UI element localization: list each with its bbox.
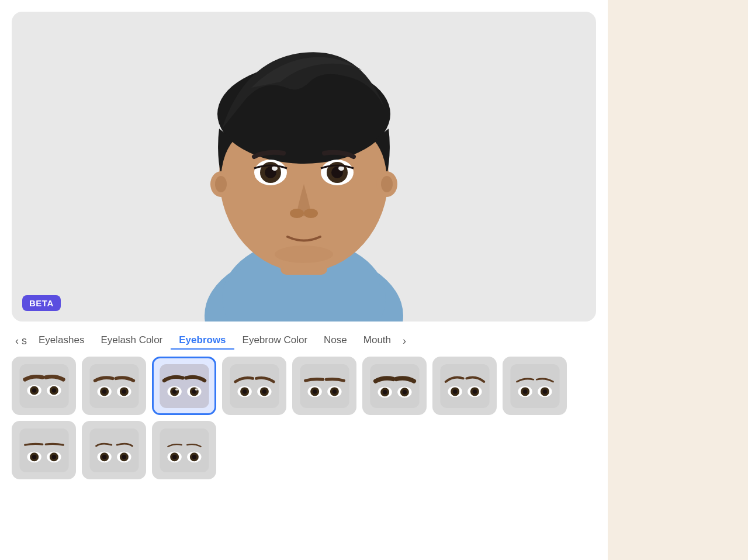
svg-rect-94: [160, 428, 209, 472]
svg-point-40: [175, 388, 178, 390]
next-nav-arrow[interactable]: ›: [399, 335, 410, 347]
eyebrow-option-7[interactable]: [503, 357, 567, 415]
svg-point-76: [522, 389, 527, 394]
svg-point-58: [332, 389, 337, 394]
svg-point-97: [172, 455, 176, 459]
svg-point-35: [122, 389, 126, 394]
svg-point-79: [542, 389, 547, 394]
avatar-figure: [12, 12, 596, 322]
tab-mouth[interactable]: Mouth: [355, 332, 399, 350]
eyebrow-option-9[interactable]: [82, 421, 146, 479]
svg-rect-22: [19, 364, 68, 408]
svg-point-48: [242, 389, 247, 394]
prev-nav-arrow[interactable]: ‹ s: [12, 335, 30, 347]
svg-point-28: [51, 388, 56, 393]
svg-point-62: [382, 390, 387, 395]
svg-rect-87: [89, 428, 138, 472]
svg-point-21: [275, 246, 333, 263]
svg-point-44: [195, 388, 198, 390]
svg-point-65: [402, 390, 407, 395]
avatar-preview: BETA: [12, 12, 596, 322]
svg-point-32: [102, 389, 106, 394]
eyebrow-option-1[interactable]: [82, 357, 146, 415]
tab-nose[interactable]: Nose: [316, 332, 355, 350]
svg-rect-3: [228, 269, 380, 322]
eyebrow-option-6[interactable]: [432, 357, 497, 415]
svg-point-100: [192, 455, 196, 459]
svg-point-9: [215, 176, 227, 192]
eyebrow-option-10[interactable]: [152, 421, 216, 479]
tab-eyebrow-color[interactable]: Eyebrow Color: [234, 332, 316, 350]
eyebrow-option-3[interactable]: [222, 357, 286, 415]
svg-point-72: [472, 389, 477, 394]
svg-rect-29: [89, 364, 138, 408]
eyebrow-option-8[interactable]: [12, 421, 76, 479]
svg-point-90: [102, 455, 106, 459]
eyebrow-option-2[interactable]: [152, 357, 216, 415]
svg-rect-59: [370, 364, 419, 408]
options-container: [12, 357, 596, 485]
svg-rect-73: [510, 364, 559, 408]
svg-rect-45: [230, 364, 279, 408]
options-row-2: [12, 421, 596, 479]
main-content: BETA ‹ s Eyelashes Eyelash Color Eyebrow…: [0, 0, 608, 560]
svg-point-25: [32, 388, 36, 393]
svg-point-10: [381, 176, 393, 192]
eyebrow-option-0[interactable]: [12, 357, 76, 415]
svg-point-51: [262, 389, 266, 394]
svg-rect-80: [19, 428, 68, 472]
svg-point-19: [290, 209, 304, 218]
nav-tabs: ‹ s Eyelashes Eyelash Color Eyebrows Eye…: [12, 322, 596, 357]
eyebrow-option-5[interactable]: [362, 357, 427, 415]
svg-rect-66: [440, 364, 489, 408]
svg-point-69: [452, 389, 457, 394]
tab-eyelash-color[interactable]: Eyelash Color: [92, 332, 171, 350]
options-row-1: [12, 357, 596, 415]
svg-rect-52: [300, 364, 349, 408]
svg-point-83: [32, 455, 36, 459]
eyebrow-option-4[interactable]: [292, 357, 356, 415]
beta-badge: BETA: [22, 295, 61, 311]
svg-rect-36: [160, 364, 209, 408]
svg-point-86: [51, 455, 56, 459]
tab-eyebrows[interactable]: Eyebrows: [171, 332, 234, 350]
sidebar-right: [608, 0, 748, 560]
svg-point-20: [304, 209, 318, 218]
svg-point-55: [312, 389, 317, 394]
tab-eyelashes[interactable]: Eyelashes: [30, 332, 92, 350]
svg-point-93: [122, 455, 126, 459]
